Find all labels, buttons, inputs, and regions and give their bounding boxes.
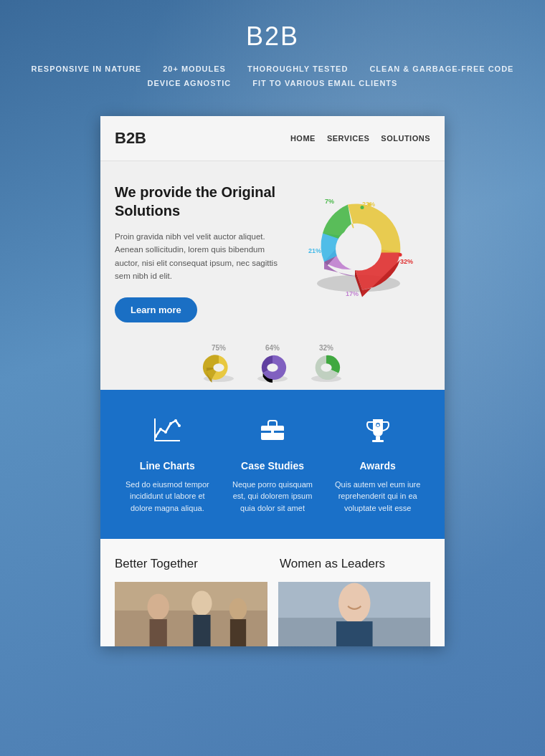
mini-chart-3-svg bbox=[305, 354, 348, 383]
feature-tag-1: RESPONSIVE IN NATURE bbox=[32, 64, 142, 73]
svg-rect-32 bbox=[230, 619, 246, 646]
svg-rect-23 bbox=[372, 440, 384, 442]
learn-more-button[interactable]: Learn more bbox=[115, 297, 197, 322]
mini-chart-3-label: 32% bbox=[319, 344, 333, 352]
hero-body: Proin gravida nibh vel velit auctor aliq… bbox=[115, 230, 280, 283]
email-nav: HOME SERVICES SOLUTIONS bbox=[290, 134, 430, 143]
donut-chart-svg: 23% 7% 21% 32% 17% bbox=[294, 183, 423, 305]
feature-3-text: Quis autem vel eum iure reprehenderit qu… bbox=[332, 479, 423, 515]
svg-rect-21 bbox=[271, 429, 274, 434]
svg-point-13 bbox=[154, 435, 157, 438]
nav-services[interactable]: SERVICES bbox=[327, 134, 369, 143]
mini-chart-2: 64% bbox=[251, 344, 294, 383]
feature-line-charts: Line Charts Sed do eiusmod tempor incidi… bbox=[115, 415, 220, 515]
svg-point-1 bbox=[336, 228, 382, 271]
svg-point-3 bbox=[368, 203, 371, 206]
svg-rect-11 bbox=[154, 440, 180, 441]
nav-home[interactable]: HOME bbox=[290, 134, 316, 143]
email-template: B2B HOME SERVICES SOLUTIONS We provide t… bbox=[100, 116, 445, 646]
articles-images bbox=[115, 582, 430, 646]
article-1-image bbox=[115, 582, 267, 646]
hero-title: We provide the Original Solutions bbox=[115, 183, 280, 220]
svg-point-10 bbox=[321, 363, 331, 371]
svg-point-15 bbox=[164, 431, 167, 434]
line-chart-icon bbox=[122, 415, 213, 451]
svg-point-35 bbox=[338, 583, 370, 624]
hero-right: 23% 7% 21% 32% 17% bbox=[287, 183, 430, 322]
features-section: Line Charts Sed do eiusmod tempor incidi… bbox=[100, 390, 445, 540]
mini-chart-1: 75% bbox=[197, 344, 240, 383]
hero-left: We provide the Original Solutions Proin … bbox=[115, 183, 280, 322]
mini-chart-2-label: 64% bbox=[265, 344, 280, 352]
donut-chart: 23% 7% 21% 32% 17% bbox=[294, 183, 423, 305]
chart-label-21: 21% bbox=[308, 247, 321, 254]
svg-point-16 bbox=[169, 422, 172, 425]
feature-2-title: Case Studies bbox=[227, 460, 318, 472]
svg-point-29 bbox=[191, 591, 212, 616]
mini-chart-3: 32% bbox=[305, 344, 348, 383]
articles-section: Better Together Women as Leaders bbox=[100, 539, 445, 646]
feature-1-text: Sed do eiusmod tempor incididunt ut labo… bbox=[122, 479, 213, 515]
svg-point-2 bbox=[361, 206, 364, 209]
feature-tag-2: 20+ MODULES bbox=[163, 64, 226, 73]
email-logo: B2B bbox=[115, 129, 146, 148]
svg-point-31 bbox=[229, 598, 247, 620]
email-header: B2B HOME SERVICES SOLUTIONS bbox=[100, 116, 445, 161]
mini-chart-1-label: 75% bbox=[212, 344, 226, 352]
article-2-image bbox=[278, 582, 431, 646]
svg-point-6 bbox=[213, 363, 224, 371]
header-section: B2B RESPONSIVE IN NATURE 20+ MODULES THO… bbox=[0, 0, 545, 102]
svg-point-17 bbox=[174, 419, 177, 422]
svg-rect-36 bbox=[336, 621, 372, 646]
svg-rect-22 bbox=[376, 436, 380, 440]
mini-chart-2-svg bbox=[251, 354, 294, 383]
svg-point-18 bbox=[178, 424, 181, 427]
chart-label-17: 17% bbox=[346, 290, 359, 297]
articles-header: Better Together Women as Leaders bbox=[115, 557, 430, 571]
header-features: RESPONSIVE IN NATURE 20+ MODULES THOROUG… bbox=[14, 64, 531, 87]
feature-case-studies: Case Studies Neque porro quisquam est, q… bbox=[220, 415, 326, 515]
svg-point-27 bbox=[148, 594, 169, 620]
mini-charts-row: 75% 64% bbox=[100, 340, 445, 390]
svg-point-4 bbox=[399, 253, 402, 257]
svg-point-14 bbox=[159, 428, 162, 431]
article-1-title: Better Together bbox=[115, 557, 265, 571]
article-2-title: Women as Leaders bbox=[280, 557, 430, 571]
svg-rect-28 bbox=[150, 619, 167, 646]
hero-section: We provide the Original Solutions Proin … bbox=[100, 161, 445, 340]
nav-solutions[interactable]: SOLUTIONS bbox=[381, 134, 430, 143]
svg-rect-30 bbox=[193, 615, 210, 646]
feature-tag-6: FIT TO VARIOUS EMAIL CLIENTS bbox=[252, 79, 397, 87]
trophy-icon bbox=[332, 415, 423, 451]
feature-tag-5: DEVICE AGNOSTIC bbox=[148, 79, 232, 87]
briefcase-icon bbox=[227, 415, 318, 451]
page-title: B2B bbox=[14, 21, 531, 52]
feature-3-title: Awards bbox=[332, 460, 423, 472]
mini-chart-1-svg bbox=[197, 354, 240, 383]
feature-tag-3: THOROUGHLY TESTED bbox=[247, 64, 348, 73]
svg-point-8 bbox=[267, 363, 278, 371]
feature-1-title: Line Charts bbox=[122, 460, 213, 472]
chart-label-32: 32% bbox=[400, 258, 413, 265]
chart-label-7: 7% bbox=[325, 198, 334, 205]
feature-tag-4: CLEAN & GARBAGE-FREE CODE bbox=[369, 64, 513, 73]
feature-awards: Awards Quis autem vel eum iure reprehend… bbox=[325, 415, 430, 515]
feature-2-text: Neque porro quisquam est, qui dolorem ip… bbox=[227, 479, 318, 515]
